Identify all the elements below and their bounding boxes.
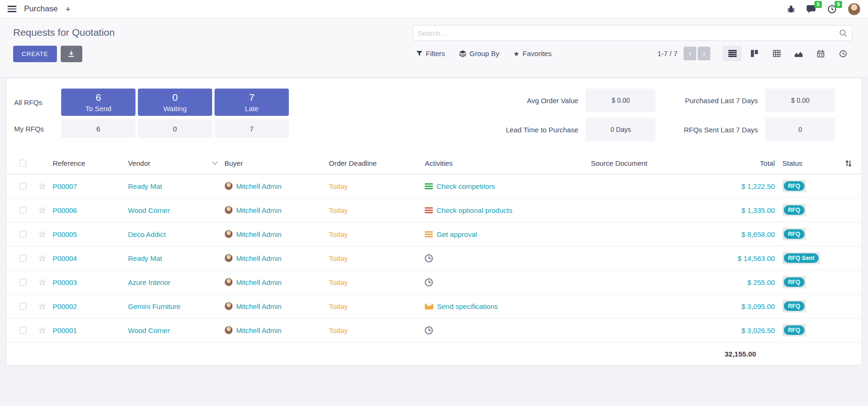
- reference-link[interactable]: P00006: [53, 198, 128, 222]
- table-row[interactable]: ☆ P00003 Azure Interior Mitchell Admin T…: [7, 270, 861, 294]
- row-checkbox[interactable]: [19, 327, 26, 334]
- table-row[interactable]: ☆ P00005 Deco Addict Mitchell Admin Toda…: [7, 222, 861, 246]
- group-by-button[interactable]: Group By: [459, 49, 499, 57]
- favorite-star-icon[interactable]: ☆: [38, 182, 46, 191]
- table-row[interactable]: ☆ P00001 Wood Corner Mitchell Admin Toda…: [7, 318, 861, 342]
- table-row[interactable]: ☆ P00007 Ready Mat Mitchell Admin Today …: [7, 174, 861, 198]
- vendor-link[interactable]: Ready Mat: [128, 174, 224, 198]
- kanban-view-button[interactable]: [745, 46, 764, 61]
- my-rfqs-label: My RFQs: [14, 125, 61, 133]
- activity-icon[interactable]: [425, 278, 433, 286]
- vendor-link[interactable]: Wood Corner: [128, 318, 224, 342]
- column-header-buyer[interactable]: Buyer: [224, 153, 329, 174]
- export-button[interactable]: [61, 46, 82, 62]
- favorites-button[interactable]: ★ Favorites: [513, 49, 551, 57]
- activity-link[interactable]: Send specifications: [437, 302, 498, 310]
- column-header-total[interactable]: Total: [701, 153, 775, 174]
- pivot-icon: [773, 50, 780, 57]
- activity-link[interactable]: Get approval: [437, 230, 477, 238]
- buyer-link[interactable]: Mitchell Admin: [236, 230, 282, 238]
- activity-icon[interactable]: [425, 326, 433, 334]
- favorite-star-icon[interactable]: ☆: [38, 230, 46, 239]
- buyer-link[interactable]: Mitchell Admin: [236, 278, 282, 286]
- total-amount: $ 8,658.00: [701, 222, 775, 246]
- graph-view-button[interactable]: [789, 46, 808, 61]
- reference-link[interactable]: P00007: [53, 174, 128, 198]
- activity-link[interactable]: Check competitors: [437, 182, 495, 190]
- buyer-link[interactable]: Mitchell Admin: [236, 182, 282, 190]
- column-header-status[interactable]: Status: [775, 153, 835, 174]
- buyer-link[interactable]: Mitchell Admin: [236, 206, 282, 214]
- calendar-view-button[interactable]: [811, 46, 830, 61]
- activity-icon[interactable]: [425, 183, 433, 189]
- activity-icon[interactable]: [425, 231, 433, 237]
- plus-icon[interactable]: +: [65, 5, 71, 14]
- favorite-star-icon[interactable]: ☆: [38, 206, 46, 215]
- activity-icon[interactable]: [425, 254, 433, 262]
- kpi-my-waiting[interactable]: 0: [138, 119, 212, 138]
- kpi-my-late[interactable]: 7: [215, 119, 289, 138]
- activity-icon[interactable]: [425, 207, 433, 213]
- favorite-star-icon[interactable]: ☆: [38, 302, 46, 311]
- pivot-view-button[interactable]: [767, 46, 786, 61]
- order-deadline: Today: [329, 246, 425, 270]
- activities-clock-icon[interactable]: 9: [828, 5, 836, 14]
- activities-badge: 9: [835, 1, 842, 8]
- activity-link[interactable]: Check optional products: [437, 206, 512, 214]
- reference-link[interactable]: P00004: [53, 246, 128, 270]
- row-checkbox[interactable]: [19, 207, 26, 214]
- optional-columns-button[interactable]: [835, 153, 861, 174]
- favorite-star-icon[interactable]: ☆: [38, 254, 46, 263]
- row-checkbox[interactable]: [19, 255, 26, 262]
- list-view-button[interactable]: [723, 46, 742, 61]
- reference-link[interactable]: P00002: [53, 294, 128, 318]
- kpi-to-send[interactable]: 6 To Send: [61, 89, 135, 116]
- pager-next-button[interactable]: ›: [698, 47, 710, 60]
- column-header-source-document[interactable]: Source Document: [538, 153, 701, 174]
- activity-view-button[interactable]: [833, 46, 852, 61]
- table-row[interactable]: ☆ P00002 Gemini Furniture Mitchell Admin…: [7, 294, 861, 318]
- vendor-link[interactable]: Deco Addict: [128, 222, 224, 246]
- debug-bug-icon[interactable]: [787, 5, 795, 13]
- activity-icon[interactable]: [425, 303, 433, 309]
- buyer-link[interactable]: Mitchell Admin: [236, 302, 282, 310]
- table-row[interactable]: ☆ P00004 Ready Mat Mitchell Admin Today …: [7, 246, 861, 270]
- reference-link[interactable]: P00001: [53, 318, 128, 342]
- vendor-link[interactable]: Azure Interior: [128, 270, 224, 294]
- favorite-star-icon[interactable]: ☆: [38, 326, 46, 335]
- kpi-my-to-send[interactable]: 6: [61, 119, 135, 138]
- apps-menu-icon[interactable]: [8, 6, 16, 12]
- filters-button[interactable]: Filters: [416, 49, 445, 57]
- column-header-vendor[interactable]: Vendor: [128, 153, 224, 174]
- search-icon[interactable]: [839, 29, 847, 37]
- reference-link[interactable]: P00003: [53, 270, 128, 294]
- kpi-waiting[interactable]: 0 Waiting: [138, 89, 212, 116]
- search-input[interactable]: [418, 29, 839, 37]
- column-header-reference[interactable]: Reference: [53, 153, 128, 174]
- row-checkbox[interactable]: [19, 183, 26, 190]
- row-checkbox[interactable]: [19, 231, 26, 238]
- app-name[interactable]: Purchase: [24, 4, 58, 14]
- row-checkbox[interactable]: [19, 303, 26, 310]
- buyer-link[interactable]: Mitchell Admin: [236, 326, 282, 334]
- messages-badge: 5: [814, 1, 822, 8]
- vendor-link[interactable]: Wood Corner: [128, 198, 224, 222]
- kpi-late[interactable]: 7 Late: [215, 89, 289, 116]
- select-all-checkbox[interactable]: [19, 160, 26, 167]
- buyer-avatar: [224, 302, 233, 310]
- column-header-order-deadline[interactable]: Order Deadline: [329, 153, 425, 174]
- column-header-activities[interactable]: Activities: [425, 153, 538, 174]
- messages-icon[interactable]: 5: [806, 5, 816, 14]
- pager-prev-button[interactable]: ‹: [684, 47, 696, 60]
- buyer-link[interactable]: Mitchell Admin: [236, 254, 282, 262]
- row-checkbox[interactable]: [19, 279, 26, 286]
- reference-link[interactable]: P00005: [53, 222, 128, 246]
- sort-chevron-down-icon[interactable]: [212, 159, 217, 164]
- favorite-star-icon[interactable]: ☆: [38, 278, 46, 287]
- vendor-link[interactable]: Ready Mat: [128, 246, 224, 270]
- user-avatar[interactable]: [848, 3, 860, 16]
- vendor-link[interactable]: Gemini Furniture: [128, 294, 224, 318]
- table-header: Reference Vendor Buyer Order Deadline Ac…: [7, 153, 861, 174]
- create-button[interactable]: CREATE: [13, 46, 57, 62]
- table-row[interactable]: ☆ P00006 Wood Corner Mitchell Admin Toda…: [7, 198, 861, 222]
